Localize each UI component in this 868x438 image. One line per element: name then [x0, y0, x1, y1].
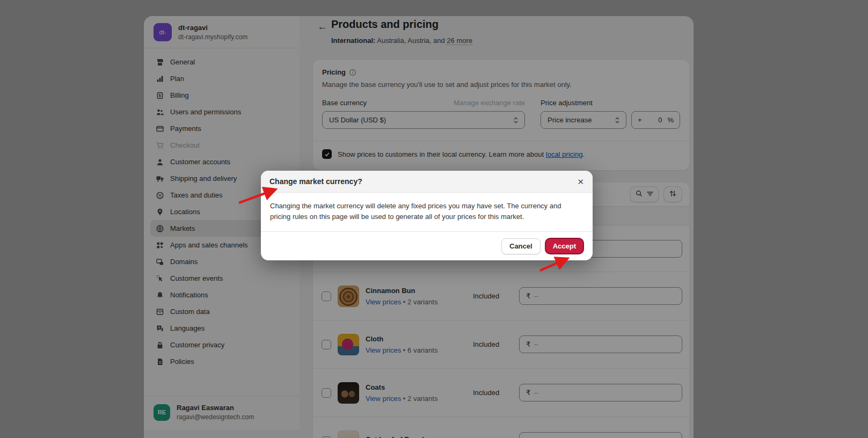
accept-button[interactable]: Accept [545, 238, 584, 254]
modal-body-text: Changing the market currency will delete… [261, 193, 593, 232]
cancel-button[interactable]: Cancel [501, 238, 541, 254]
modal-title: Change market currency? [269, 177, 362, 186]
change-currency-modal: Change market currency? ✕ Changing the m… [261, 171, 593, 260]
close-icon[interactable]: ✕ [577, 178, 584, 186]
settings-page: dt- dt-ragavi dt-ragavi.myshopify.com Ge… [0, 0, 868, 438]
modal-footer: Cancel Accept [261, 232, 593, 260]
modal-header: Change market currency? ✕ [261, 171, 593, 193]
